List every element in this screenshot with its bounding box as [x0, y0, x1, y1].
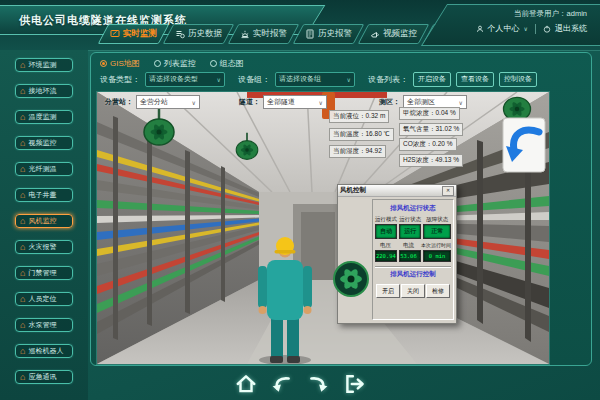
bottom-toolbar: [0, 368, 600, 400]
fan-status-panel: 排风机运行状态 运行模式 运行状态 故障状态 自动 运行 正常 电压: [372, 199, 454, 320]
dialog-title: 风机控制: [340, 186, 366, 195]
tab-label: 实时报警: [253, 28, 287, 40]
station-filter-select[interactable]: 全营分站∨: [136, 95, 200, 109]
user-panel: 当前登录用户：admin 个人中心 ∨ 退出系统: [421, 4, 600, 46]
tab-label: 历史数据: [188, 28, 222, 40]
methane-readout: 甲烷浓度：0.04 %: [399, 107, 460, 120]
tab-realtime-alarm[interactable]: 实时报警: [228, 24, 300, 44]
sidebar-item-inspection-robot[interactable]: ⌂巡检机器人: [15, 344, 73, 358]
tab-realtime-monitor[interactable]: 实时监测: [98, 24, 170, 44]
sidebar-item-temperature[interactable]: ⌂温度监测: [15, 110, 73, 124]
tunnel-filter-label: 隧道：: [239, 97, 260, 107]
tab-history-alarm[interactable]: 历史报警: [293, 24, 365, 44]
run-state-led: 运行: [399, 224, 421, 239]
device-type-select[interactable]: 请选择设备类型∨: [145, 72, 225, 87]
chevron-down-icon: ∨: [192, 99, 196, 106]
chevron-down-icon: ∨: [459, 99, 463, 106]
chevron-down-icon: ∨: [217, 76, 221, 83]
house-icon: ⌂: [20, 113, 25, 122]
fan-control-header: 排风机运行控制: [375, 270, 451, 279]
chevron-down-icon: ∨: [347, 76, 351, 83]
fan-graphic: [331, 259, 371, 299]
top-header: 供电公司电缆隧道在线监测系统 实时监测 历史数据 实时报警: [0, 0, 600, 51]
sidebar-item-manhole-cover[interactable]: ⌂电子井盖: [15, 188, 73, 202]
tab-history-data[interactable]: 历史数据: [163, 24, 235, 44]
sidebar-item-personnel-location[interactable]: ⌂人员定位: [15, 292, 73, 306]
water-level-readout: 当前液位：0.32 m: [329, 110, 389, 123]
person-icon: [476, 25, 484, 33]
house-icon: ⌂: [20, 191, 25, 200]
sidebar-item-fiber-temp[interactable]: ⌂光纤测温: [15, 162, 73, 176]
realtime-alarm-icon: [240, 29, 250, 39]
tab-video-monitor[interactable]: 视频监控: [358, 24, 430, 44]
tunnel-3d-viewport[interactable]: 分营站： 全营分站∨ 隧道： 全部隧道∨ 测区： 全部测区∨ 当前液位：0.32…: [96, 91, 550, 365]
house-icon: ⌂: [20, 139, 25, 148]
tab-label: 实时监测: [123, 28, 157, 40]
fan-start-button[interactable]: 开启: [376, 284, 400, 298]
humidity-readout: 当前湿度：94.92: [329, 145, 386, 158]
control-device-button[interactable]: 控制设备: [499, 72, 537, 87]
device-type-label: 设备类型：: [100, 74, 140, 85]
station-filter-label: 分营站：: [105, 97, 133, 107]
voltage-led: 220.94 V: [375, 250, 397, 262]
device-group-label: 设备组：: [238, 74, 270, 85]
navigation-arrow-card[interactable]: [503, 118, 545, 172]
house-icon: ⌂: [20, 269, 25, 278]
history-alarm-icon: [305, 29, 315, 39]
sidebar-item-fire-alarm[interactable]: ⌂火灾报警: [15, 240, 73, 254]
view-device-button[interactable]: 查看设备: [456, 72, 494, 87]
back-arrow-icon[interactable]: [271, 373, 293, 395]
personal-center-link[interactable]: 个人中心: [488, 23, 520, 34]
power-icon: [543, 25, 551, 33]
radio-gis-map[interactable]: GIS地图: [100, 58, 140, 69]
house-icon: ⌂: [20, 61, 25, 70]
fan-stop-button[interactable]: 关闭: [401, 284, 425, 298]
left-sidebar: ⌂环境监测 ⌂接地环流 ⌂温度监测 ⌂视频监控 ⌂光纤测温 ⌂电子井盖 ⌂风机监…: [0, 50, 88, 400]
fan-control-dialog: 风机控制 ✕ 排风机运行状态: [337, 184, 457, 324]
open-device-button[interactable]: 开启设备: [413, 72, 451, 87]
current-user-label: 当前登录用户：admin: [455, 9, 587, 19]
divider: [375, 266, 451, 268]
current-led: 53.06 A: [399, 250, 421, 262]
house-icon: ⌂: [20, 165, 25, 174]
logout-link[interactable]: 退出系统: [555, 23, 587, 34]
view-mode-row: GIS地图 列表监控 组态图: [96, 57, 586, 69]
house-icon: ⌂: [20, 217, 25, 226]
house-icon: ⌂: [20, 87, 25, 96]
sidebar-item-ground-circulation[interactable]: ⌂接地环流: [15, 84, 73, 98]
device-controls-row: 设备类型： 请选择设备类型∨ 设备组： 请选择设备组∨ 设备列表： 开启设备 查…: [96, 70, 586, 88]
fan-status-header: 排风机运行状态: [375, 204, 451, 213]
close-icon[interactable]: ✕: [442, 186, 454, 196]
sidebar-item-fan-monitor[interactable]: ⌂风机监控: [15, 214, 73, 228]
history-data-icon: [175, 29, 185, 39]
radio-scada-view[interactable]: 组态图: [210, 58, 244, 69]
dialog-titlebar[interactable]: 风机控制 ✕: [338, 185, 456, 197]
chevron-down-icon: ∨: [319, 99, 323, 106]
sidebar-item-water-pump[interactable]: ⌂水泵管理: [15, 318, 73, 332]
device-group-select[interactable]: 请选择设备组∨: [275, 72, 355, 87]
sidebar-item-environment[interactable]: ⌂环境监测: [15, 58, 73, 72]
tunnel-3d-scene: [97, 92, 549, 364]
home-icon[interactable]: [235, 373, 257, 395]
house-icon: ⌂: [20, 321, 25, 330]
oxygen-readout: 氧气含量：31.02 %: [399, 123, 463, 136]
tab-label: 视频监控: [383, 28, 417, 40]
house-icon: ⌂: [20, 347, 25, 356]
sidebar-item-access-control[interactable]: ⌂门禁管理: [15, 266, 73, 280]
co-readout: CO浓度：0.20 %: [399, 138, 457, 151]
fan-maintenance-button[interactable]: 检修: [426, 284, 450, 298]
forward-arrow-icon[interactable]: [307, 373, 329, 395]
tunnel-filter-select[interactable]: 全部隧道∨: [263, 95, 327, 109]
h2s-readout: H2S浓度：49.13 %: [399, 154, 463, 167]
radio-list-monitor[interactable]: 列表监控: [154, 58, 196, 69]
run-mode-led: 自动: [375, 224, 397, 239]
radio-icon: [210, 60, 217, 67]
house-icon: ⌂: [20, 295, 25, 304]
chevron-down-icon[interactable]: ∨: [524, 25, 528, 32]
filter-row: 分营站： 全营分站∨ 隧道： 全部隧道∨ 测区： 全部测区∨: [97, 95, 549, 109]
sidebar-item-video[interactable]: ⌂视频监控: [15, 136, 73, 150]
exit-icon[interactable]: [343, 373, 365, 395]
video-monitor-icon: [370, 29, 380, 39]
temperature-readout: 当前温度：16.80 ℃: [329, 128, 394, 141]
house-icon: ⌂: [20, 243, 25, 252]
